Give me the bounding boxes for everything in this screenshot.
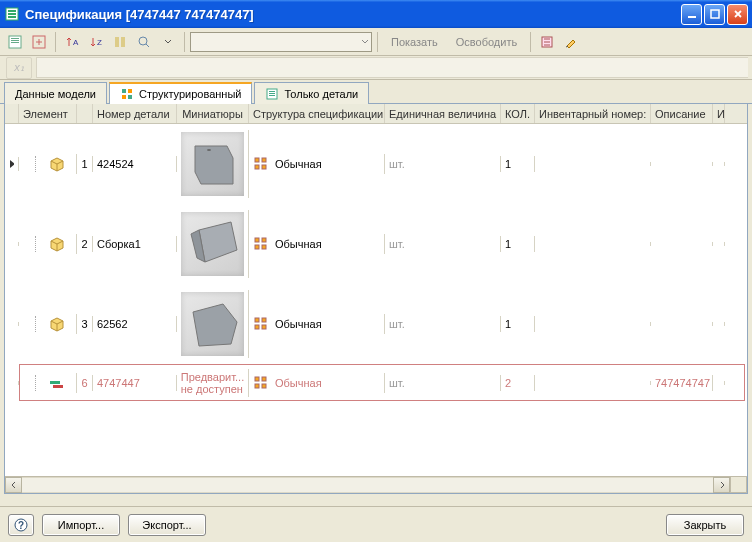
chevron-down-icon[interactable]: [157, 31, 179, 53]
grid-header: Элемент Номер детали Миниатюры Структура…: [5, 104, 747, 124]
svg-rect-28: [255, 158, 259, 162]
item-icon: [49, 156, 65, 172]
col-element[interactable]: Элемент: [19, 104, 77, 123]
struct-icon: [253, 316, 269, 332]
svg-rect-30: [262, 158, 266, 162]
desc-cell: [651, 242, 713, 246]
svg-rect-49: [262, 377, 266, 381]
struct-cell: Обычная: [249, 234, 385, 254]
svg-rect-17: [122, 89, 126, 93]
row-handle[interactable]: [5, 381, 19, 385]
thumbnail: [181, 132, 244, 196]
hscrollbar[interactable]: [5, 476, 730, 493]
sort-asc-icon[interactable]: A: [61, 31, 83, 53]
part-cell: Сборка1: [93, 236, 177, 252]
app-icon: [4, 6, 20, 22]
col-desc[interactable]: Описание: [651, 104, 713, 123]
svg-rect-35: [255, 238, 259, 242]
tab-model-data[interactable]: Данные модели: [4, 82, 107, 104]
table-row[interactable]: 1424524Обычнаяшт.1: [5, 124, 747, 204]
row-handle[interactable]: [5, 242, 19, 246]
help-button[interactable]: ?: [8, 514, 34, 536]
col-thumb[interactable]: Миниатюры: [177, 104, 249, 123]
thumb-cell: Предварит... не доступен: [177, 369, 249, 397]
table-row[interactable]: 64747447Предварит... не доступенОбычнаяш…: [5, 364, 747, 402]
fx-button[interactable]: x₁: [6, 57, 32, 79]
unit-cell: шт.: [385, 316, 501, 332]
svg-rect-43: [262, 318, 266, 322]
svg-point-15: [139, 37, 147, 45]
col-unit[interactable]: Единичная величина: [385, 104, 501, 123]
grid-body: 1424524Обычнаяшт.12Сборка1Обычнаяшт.1362…: [5, 124, 747, 476]
show-button: Показать: [383, 31, 446, 53]
part-cell: 424524: [93, 156, 177, 172]
item-icon: [49, 236, 65, 252]
tab-details-only[interactable]: Только детали: [254, 82, 369, 104]
formula-input[interactable]: [36, 57, 748, 78]
table-row[interactable]: 362562Обычнаяшт.1: [5, 284, 747, 364]
item-icon: [49, 375, 65, 391]
svg-rect-50: [262, 384, 266, 388]
thumbnail-text: Предварит... не доступен: [181, 371, 244, 395]
maximize-button[interactable]: [704, 4, 725, 25]
toolbar-combo[interactable]: [190, 32, 372, 52]
svg-text:A: A: [73, 38, 79, 47]
tab-structured[interactable]: Структурированный: [109, 82, 253, 104]
formula-bar: x₁: [0, 56, 752, 80]
toolbar-btn-1[interactable]: [4, 31, 26, 53]
svg-rect-42: [255, 325, 259, 329]
struct-cell: Обычная: [249, 314, 385, 334]
svg-rect-9: [11, 42, 19, 43]
svg-text:?: ?: [18, 520, 24, 531]
last-cell: [713, 322, 725, 326]
grid: Элемент Номер детали Миниатюры Структура…: [4, 104, 748, 494]
desc-cell: [651, 162, 713, 166]
struct-cell: Обычная: [249, 373, 385, 393]
tab-label: Данные модели: [15, 88, 96, 100]
row-handle[interactable]: [5, 157, 19, 171]
desc-cell: 747474747: [651, 375, 713, 391]
item-icon: [49, 316, 65, 332]
import-button[interactable]: Импорт...: [42, 514, 120, 536]
col-qty[interactable]: КОЛ.: [501, 104, 535, 123]
svg-rect-22: [269, 91, 275, 92]
window-title: Спецификация [4747447 747474747]: [25, 7, 681, 22]
close-window-button[interactable]: [727, 4, 748, 25]
row-handle-col[interactable]: [5, 104, 19, 123]
svg-rect-18: [128, 89, 132, 93]
scroll-left-icon[interactable]: [5, 477, 22, 493]
sort-desc-icon[interactable]: Z: [85, 31, 107, 53]
col-num[interactable]: [77, 104, 93, 123]
col-last[interactable]: И: [713, 104, 725, 123]
export-button[interactable]: Экспорт...: [128, 514, 206, 536]
svg-point-27: [207, 149, 211, 151]
scroll-track[interactable]: [22, 477, 713, 493]
svg-text:Z: Z: [97, 38, 102, 47]
toolbar-btn-7[interactable]: [536, 31, 558, 53]
last-cell: [713, 242, 725, 246]
toolbar-btn-8[interactable]: [560, 31, 582, 53]
svg-rect-48: [255, 384, 259, 388]
table-row[interactable]: 2Сборка1Обычнаяшт.1: [5, 204, 747, 284]
col-struct[interactable]: Структура спецификации: [249, 104, 385, 123]
part-cell: 62562: [93, 316, 177, 332]
col-inv[interactable]: Инвентарный номер:: [535, 104, 651, 123]
thumb-cell: [177, 290, 249, 358]
row-handle[interactable]: [5, 322, 19, 326]
toolbar-btn-2[interactable]: [28, 31, 50, 53]
col-part[interactable]: Номер детали: [93, 104, 177, 123]
qty-cell: 1: [501, 236, 535, 252]
svg-rect-14: [121, 37, 125, 47]
toolbar-sep: [377, 32, 378, 52]
toolbar-btn-6[interactable]: [133, 31, 155, 53]
close-button[interactable]: Закрыть: [666, 514, 744, 536]
bottom-bar: ? Импорт... Экспорт... Закрыть: [0, 506, 752, 542]
struct-icon: [253, 156, 269, 172]
toolbar-btn-5[interactable]: [109, 31, 131, 53]
struct-icon: [253, 236, 269, 252]
scroll-right-icon[interactable]: [713, 477, 730, 493]
thumbnail: [181, 292, 244, 356]
minimize-button[interactable]: [681, 4, 702, 25]
index-cell: 2: [77, 236, 93, 252]
svg-rect-46: [53, 385, 63, 388]
